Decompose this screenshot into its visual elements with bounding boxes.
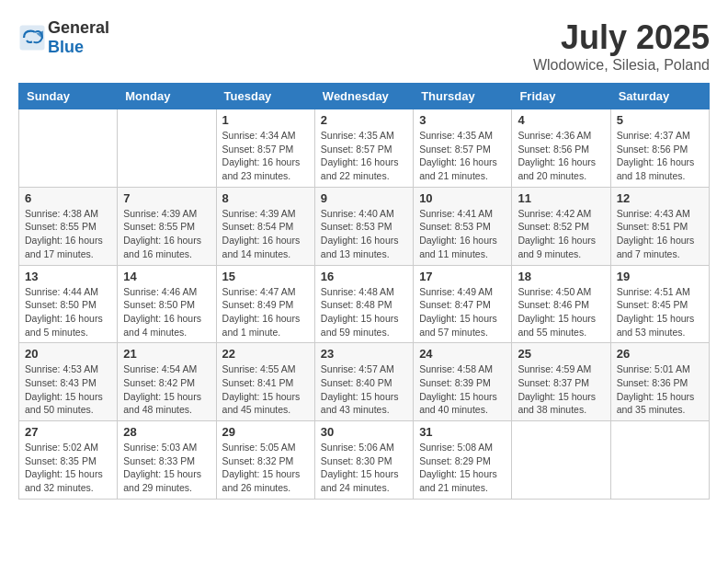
calendar-cell: 15Sunrise: 4:47 AM Sunset: 8:49 PM Dayli… [216, 265, 314, 343]
calendar-cell: 21Sunrise: 4:54 AM Sunset: 8:42 PM Dayli… [118, 343, 216, 421]
calendar-cell: 13Sunrise: 4:44 AM Sunset: 8:50 PM Dayli… [19, 265, 118, 343]
calendar-cell: 11Sunrise: 4:42 AM Sunset: 8:52 PM Dayli… [512, 187, 610, 265]
day-number: 9 [321, 191, 407, 205]
day-number: 26 [617, 347, 703, 361]
day-info: Sunrise: 4:48 AM Sunset: 8:48 PM Dayligh… [321, 285, 407, 339]
calendar-table: SundayMondayTuesdayWednesdayThursdayFrid… [18, 83, 710, 500]
logo-icon [18, 24, 46, 52]
location-subtitle: Wlodowice, Silesia, Poland [533, 57, 710, 74]
day-info: Sunrise: 4:47 AM Sunset: 8:49 PM Dayligh… [222, 285, 309, 339]
day-info: Sunrise: 5:08 AM Sunset: 8:29 PM Dayligh… [419, 441, 506, 495]
day-info: Sunrise: 4:39 AM Sunset: 8:54 PM Dayligh… [222, 207, 309, 261]
calendar-week-4: 20Sunrise: 4:53 AM Sunset: 8:43 PM Dayli… [19, 343, 710, 421]
day-info: Sunrise: 4:46 AM Sunset: 8:50 PM Dayligh… [123, 285, 210, 339]
calendar-body: 1Sunrise: 4:34 AM Sunset: 8:57 PM Daylig… [19, 109, 710, 500]
day-number: 25 [518, 347, 604, 361]
day-number: 8 [222, 191, 309, 205]
day-number: 19 [617, 270, 703, 283]
calendar-cell: 16Sunrise: 4:48 AM Sunset: 8:48 PM Dayli… [314, 265, 413, 343]
title-area: July 2025 Wlodowice, Silesia, Poland [533, 18, 710, 74]
day-info: Sunrise: 4:53 AM Sunset: 8:43 PM Dayligh… [25, 362, 111, 417]
day-info: Sunrise: 4:55 AM Sunset: 8:41 PM Dayligh… [222, 362, 309, 417]
column-header-sunday: Sunday [19, 84, 118, 109]
month-title: July 2025 [533, 18, 710, 57]
calendar-cell: 5Sunrise: 4:37 AM Sunset: 8:56 PM Daylig… [610, 109, 709, 188]
calendar-cell: 24Sunrise: 4:58 AM Sunset: 8:39 PM Dayli… [414, 343, 512, 421]
calendar-cell: 22Sunrise: 4:55 AM Sunset: 8:41 PM Dayli… [216, 343, 314, 421]
calendar-cell: 20Sunrise: 4:53 AM Sunset: 8:43 PM Dayli… [19, 343, 118, 421]
day-number: 16 [321, 270, 407, 283]
calendar-cell: 17Sunrise: 4:49 AM Sunset: 8:47 PM Dayli… [414, 265, 512, 343]
calendar-cell: 10Sunrise: 4:41 AM Sunset: 8:53 PM Dayli… [414, 187, 512, 265]
day-info: Sunrise: 4:35 AM Sunset: 8:57 PM Dayligh… [419, 129, 506, 183]
day-info: Sunrise: 4:42 AM Sunset: 8:52 PM Dayligh… [518, 207, 604, 261]
day-number: 21 [123, 347, 210, 361]
calendar-cell: 2Sunrise: 4:35 AM Sunset: 8:57 PM Daylig… [314, 109, 413, 188]
day-info: Sunrise: 4:51 AM Sunset: 8:45 PM Dayligh… [617, 285, 703, 339]
day-number: 10 [419, 191, 506, 205]
day-info: Sunrise: 4:44 AM Sunset: 8:50 PM Dayligh… [25, 285, 111, 339]
column-header-monday: Monday [118, 84, 216, 109]
day-number: 14 [123, 270, 210, 283]
day-info: Sunrise: 4:43 AM Sunset: 8:51 PM Dayligh… [617, 207, 703, 261]
day-info: Sunrise: 5:02 AM Sunset: 8:35 PM Dayligh… [25, 441, 111, 495]
day-info: Sunrise: 4:58 AM Sunset: 8:39 PM Dayligh… [419, 362, 506, 417]
day-info: Sunrise: 4:37 AM Sunset: 8:56 PM Dayligh… [617, 129, 703, 183]
day-info: Sunrise: 5:01 AM Sunset: 8:36 PM Dayligh… [617, 362, 703, 417]
logo-text: General Blue [48, 18, 109, 57]
day-info: Sunrise: 4:36 AM Sunset: 8:56 PM Dayligh… [518, 129, 604, 183]
calendar-cell [512, 421, 610, 500]
calendar-cell: 28Sunrise: 5:03 AM Sunset: 8:33 PM Dayli… [118, 421, 216, 500]
day-number: 29 [222, 425, 309, 439]
day-info: Sunrise: 4:40 AM Sunset: 8:53 PM Dayligh… [321, 207, 407, 261]
calendar-cell: 23Sunrise: 4:57 AM Sunset: 8:40 PM Dayli… [314, 343, 413, 421]
day-info: Sunrise: 4:34 AM Sunset: 8:57 PM Dayligh… [222, 129, 309, 183]
day-number: 3 [419, 113, 506, 127]
calendar-week-3: 13Sunrise: 4:44 AM Sunset: 8:50 PM Dayli… [19, 265, 710, 343]
calendar-header-row: SundayMondayTuesdayWednesdayThursdayFrid… [19, 84, 710, 109]
day-number: 23 [321, 347, 407, 361]
day-info: Sunrise: 5:03 AM Sunset: 8:33 PM Dayligh… [123, 441, 210, 495]
calendar-cell: 27Sunrise: 5:02 AM Sunset: 8:35 PM Dayli… [19, 421, 118, 500]
day-number: 4 [518, 113, 604, 127]
calendar-cell [118, 109, 216, 188]
column-header-tuesday: Tuesday [216, 84, 314, 109]
column-header-thursday: Thursday [414, 84, 512, 109]
day-number: 24 [419, 347, 506, 361]
day-number: 30 [321, 425, 407, 439]
day-number: 11 [518, 191, 604, 205]
calendar-cell [19, 109, 118, 188]
logo-general: General [48, 18, 109, 37]
day-info: Sunrise: 4:49 AM Sunset: 8:47 PM Dayligh… [419, 285, 506, 339]
logo-blue: Blue [48, 38, 84, 56]
day-number: 13 [25, 270, 111, 283]
day-info: Sunrise: 4:57 AM Sunset: 8:40 PM Dayligh… [321, 362, 407, 417]
day-info: Sunrise: 5:05 AM Sunset: 8:32 PM Dayligh… [222, 441, 309, 495]
calendar-cell: 31Sunrise: 5:08 AM Sunset: 8:29 PM Dayli… [414, 421, 512, 500]
day-number: 31 [419, 425, 506, 439]
calendar-cell: 19Sunrise: 4:51 AM Sunset: 8:45 PM Dayli… [610, 265, 709, 343]
calendar-cell: 18Sunrise: 4:50 AM Sunset: 8:46 PM Dayli… [512, 265, 610, 343]
calendar-cell: 3Sunrise: 4:35 AM Sunset: 8:57 PM Daylig… [414, 109, 512, 188]
day-info: Sunrise: 4:59 AM Sunset: 8:37 PM Dayligh… [518, 362, 604, 417]
day-info: Sunrise: 4:50 AM Sunset: 8:46 PM Dayligh… [518, 285, 604, 339]
day-number: 20 [25, 347, 111, 361]
calendar-cell: 29Sunrise: 5:05 AM Sunset: 8:32 PM Dayli… [216, 421, 314, 500]
day-number: 5 [617, 113, 703, 127]
day-number: 17 [419, 270, 506, 283]
day-number: 28 [123, 425, 210, 439]
day-number: 15 [222, 270, 309, 283]
column-header-saturday: Saturday [610, 84, 709, 109]
logo: General Blue [18, 18, 109, 57]
day-info: Sunrise: 4:41 AM Sunset: 8:53 PM Dayligh… [419, 207, 506, 261]
calendar-cell [610, 421, 709, 500]
day-number: 2 [321, 113, 407, 127]
day-info: Sunrise: 4:54 AM Sunset: 8:42 PM Dayligh… [123, 362, 210, 417]
calendar-cell: 1Sunrise: 4:34 AM Sunset: 8:57 PM Daylig… [216, 109, 314, 188]
day-info: Sunrise: 4:35 AM Sunset: 8:57 PM Dayligh… [321, 129, 407, 183]
day-info: Sunrise: 4:39 AM Sunset: 8:55 PM Dayligh… [123, 207, 210, 261]
day-number: 6 [25, 191, 111, 205]
column-header-friday: Friday [512, 84, 610, 109]
calendar-cell: 8Sunrise: 4:39 AM Sunset: 8:54 PM Daylig… [216, 187, 314, 265]
calendar-cell: 14Sunrise: 4:46 AM Sunset: 8:50 PM Dayli… [118, 265, 216, 343]
